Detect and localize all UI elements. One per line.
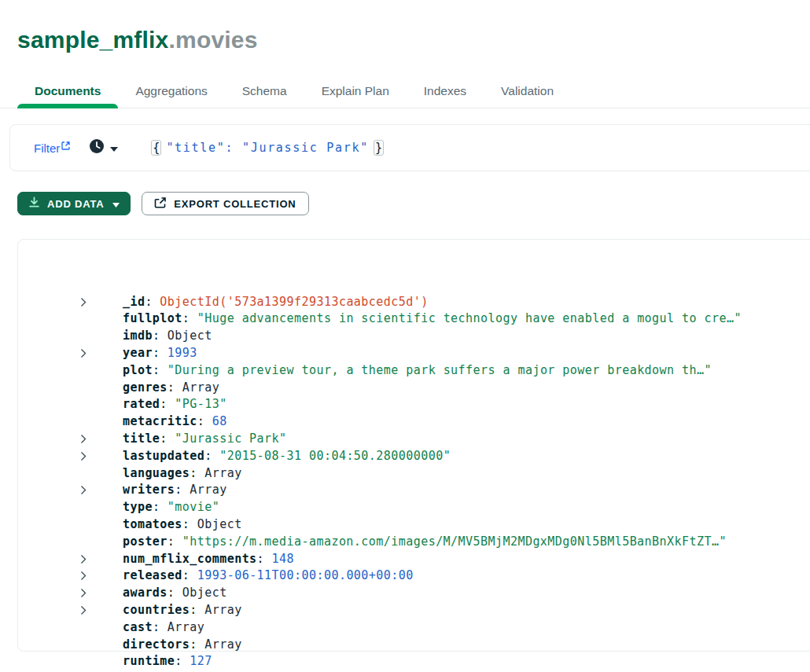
expand-chevron-icon[interactable] — [80, 571, 87, 581]
document-field-row: rated: "PG-13" — [93, 362, 810, 380]
document-field-row: released: 1993-06-11T00:00:00.000+00:00 — [93, 534, 810, 551]
add-data-label: ADD DATA — [47, 198, 104, 210]
filter-bar: Filter { "title": "Jurassic Park" } — [9, 124, 810, 171]
document-field-row: writers: Array — [93, 448, 810, 465]
filter-label: Filter — [34, 141, 60, 155]
document-field-row: countries: Array — [93, 567, 810, 585]
tab-label: Documents — [35, 84, 101, 98]
chevron-down-icon — [110, 141, 118, 155]
field-name: runtime — [123, 654, 175, 668]
tab-label: Indexes — [424, 84, 466, 98]
document-field-row: fullplot: "Huge advancements in scientif… — [93, 277, 810, 294]
filter-link[interactable]: Filter — [34, 141, 70, 155]
expand-chevron-icon[interactable] — [80, 297, 87, 307]
tab-validation[interactable]: Validation — [484, 74, 571, 108]
document-field-row: title: "Jurassic Park" — [93, 396, 810, 413]
expand-chevron-icon[interactable] — [80, 554, 87, 564]
close-brace: } — [374, 140, 384, 156]
tab-explain-plan[interactable]: Explain Plan — [304, 74, 407, 108]
expand-chevron-icon[interactable] — [80, 588, 87, 598]
document-field-row: _id: ObjectId('573a1399f29313caabcedc5d'… — [93, 259, 810, 277]
toolbar: ADD DATA EXPORT COLLECTION — [17, 192, 810, 215]
add-data-button[interactable]: ADD DATA — [17, 192, 131, 215]
open-brace: { — [151, 140, 161, 156]
tab-label: Explain Plan — [322, 84, 389, 98]
document-field-row: metacritic: 68 — [93, 380, 810, 397]
expand-chevron-icon[interactable] — [80, 451, 87, 461]
tab-label: Schema — [242, 84, 287, 98]
expand-chevron-icon[interactable] — [80, 485, 87, 495]
active-tab-underline — [17, 104, 118, 108]
filter-query-text: "title": "Jurassic Park" — [166, 141, 369, 155]
document-field-row: languages: Array — [93, 431, 810, 448]
document-field-row: imdb: Object — [93, 294, 810, 311]
collection-name: movies — [175, 27, 258, 53]
database-name: sample_mflix — [17, 27, 169, 53]
tab-label: Validation — [501, 84, 554, 98]
clock-icon — [89, 138, 105, 157]
document-card: _id: ObjectId('573a1399f29313caabcedc5d'… — [17, 239, 810, 652]
tab-indexes[interactable]: Indexes — [407, 74, 484, 108]
chevron-down-icon — [112, 198, 120, 210]
document-field-row: directors: Array — [93, 602, 810, 619]
document-field-row: poster: "https://m.media-amazon.com/imag… — [93, 499, 810, 516]
field-value: Array — [204, 637, 241, 652]
namespace-dot: . — [169, 27, 176, 53]
tab-bar: Documents Aggregations Schema Explain Pl… — [17, 74, 810, 108]
document-field-row: year: 1993 — [93, 310, 810, 328]
document-field-row: lastupdated: "2015-08-31 00:04:50.280000… — [93, 413, 810, 431]
field-value: 127 — [190, 654, 212, 668]
field-colon: : — [190, 637, 204, 652]
document-field-row: runtime: 127 — [93, 619, 810, 637]
document-field-row: plot: "During a preview tour, a theme pa… — [93, 328, 810, 345]
expand-chevron-icon[interactable] — [80, 434, 87, 444]
expand-chevron-icon[interactable] — [80, 605, 87, 615]
filter-query-input[interactable]: { "title": "Jurassic Park" } — [151, 140, 384, 156]
expand-chevron-icon[interactable] — [80, 348, 87, 358]
tab-label: Aggregations — [135, 84, 207, 98]
export-icon — [154, 196, 167, 211]
tab-documents[interactable]: Documents — [17, 74, 118, 108]
document-field-row: num_mflix_comments: 148 — [93, 516, 810, 534]
external-link-icon — [61, 139, 70, 152]
export-collection-button[interactable]: EXPORT COLLECTION — [142, 192, 308, 215]
tab-aggregations[interactable]: Aggregations — [118, 74, 224, 108]
document-field-row: awards: Object — [93, 551, 810, 568]
export-collection-label: EXPORT COLLECTION — [174, 198, 296, 210]
query-history-button[interactable] — [89, 138, 118, 157]
document-field-row: tomatoes: Object — [93, 482, 810, 499]
tab-schema[interactable]: Schema — [225, 74, 304, 108]
document-field-row: genres: Array — [93, 345, 810, 362]
field-colon: : — [175, 654, 190, 668]
field-name: directors — [123, 637, 190, 652]
download-icon — [28, 196, 40, 211]
document-field-row: cast: Array — [93, 585, 810, 602]
page-title: sample_mflix.movies — [17, 27, 810, 53]
document-field-row: type: "movie" — [93, 465, 810, 483]
